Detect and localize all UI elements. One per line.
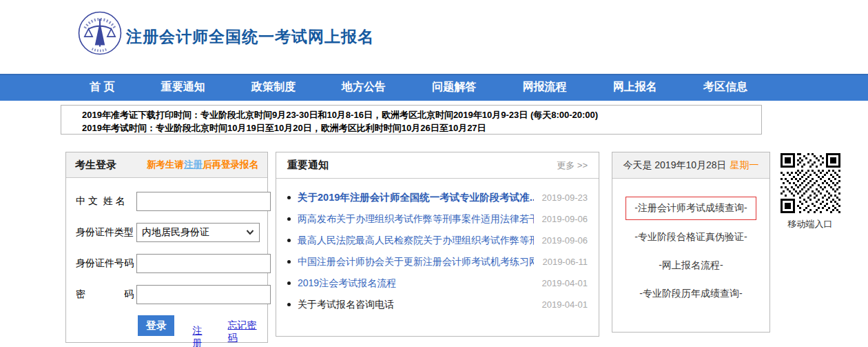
chinese-name-input[interactable] xyxy=(136,192,271,211)
today-date: 今天是 2019年10月28日 星期一 xyxy=(612,152,769,179)
qr-code-image xyxy=(781,153,840,213)
notice-item: 中国注册会计师协会关于更新注册会计师考试机考练习网站的公... 2019-06-… xyxy=(287,251,588,272)
notice-date: 2019-04-01 xyxy=(542,299,588,310)
notice-item: 关于考试报名咨询电话 2019-04-01 xyxy=(287,294,588,315)
today-weekday: 星期一 xyxy=(730,159,759,172)
today-panel: 今天是 2019年10月28日 星期一 -注册会计师考试成绩查询- -专业阶段合… xyxy=(612,152,770,333)
name-label: 中 文 姓 名 xyxy=(76,195,136,208)
notice-link[interactable]: 两高发布关于办理组织考试作弊等刑事案件适用法律若干问题的... xyxy=(298,213,534,226)
password-label: 密 码 xyxy=(76,288,136,301)
register-inline-link[interactable]: 注册 xyxy=(184,159,203,170)
notice-item: 最高人民法院最高人民检察院关于办理组织考试作弊等刑事案件... 2019-09-… xyxy=(287,230,588,251)
bullet-icon xyxy=(287,196,291,199)
nav-item-local-announcements[interactable]: 地方公告 xyxy=(342,81,386,92)
quick-link-score-query[interactable]: -注册会计师考试成绩查询- xyxy=(634,202,747,215)
register-link[interactable]: 注册 xyxy=(192,325,208,347)
notice-item: 关于2019年注册会计师全国统一考试专业阶段考试准... 2019-09-23 xyxy=(287,187,588,208)
score-query-highlight-box: -注册会计师考试成绩查询- xyxy=(626,197,756,220)
login-panel-header: 考生登录 新考生请注册后再登录报名 xyxy=(66,152,267,178)
bullet-icon xyxy=(287,303,291,306)
notice-date: 2019-04-01 xyxy=(542,278,588,288)
login-form: 中 文 姓 名 身份证件类型 内地居民身份证 身份证件号码 密 码 xyxy=(66,178,267,347)
bullet-icon xyxy=(287,281,291,285)
candidate-login-panel: 考生登录 新考生请注册后再登录报名 中 文 姓 名 身份证件类型 内地居民身份证… xyxy=(65,152,268,343)
announcement-line-1: 2019年准考证下载打印时间：专业阶段北京时间9月23-30日和10月8-16日… xyxy=(82,108,761,121)
notice-link[interactable]: 2019注会考试报名流程 xyxy=(298,277,534,290)
notice-link[interactable]: 关于2019年注册会计师全国统一考试专业阶段考试准... xyxy=(298,191,534,204)
notice-date: 2019-09-06 xyxy=(542,235,588,246)
today-date-text: 今天是 2019年10月28日 xyxy=(623,159,726,172)
quick-link-certificate-verification[interactable]: -专业阶段合格证真伪验证- xyxy=(634,231,747,244)
login-button[interactable]: 登录 xyxy=(138,315,174,336)
nav-list: 首 页 重要通知 政策制度 地方公告 问题解答 网报流程 网上报名 考区信息 xyxy=(0,74,868,101)
quick-link-registration-process[interactable]: -网上报名流程- xyxy=(659,259,723,272)
notice-link[interactable]: 最高人民法院最高人民检察院关于办理组织考试作弊等刑事案件... xyxy=(298,235,534,247)
id-number-input[interactable] xyxy=(136,254,271,273)
nav-item-online-registration[interactable]: 网上报名 xyxy=(613,81,657,92)
mobile-entry-label: 移动端入口 xyxy=(777,218,843,230)
notices-panel-header: 重要通知 更多 >> xyxy=(276,152,599,179)
notice-link[interactable]: 中国注册会计师协会关于更新注册会计师考试机考练习网站的公... xyxy=(298,256,534,268)
notice-list: 关于2019年注册会计师全国统一考试专业阶段考试准... 2019-09-23 … xyxy=(276,179,599,315)
announcement-banner: 2019年准考证下载打印时间：专业阶段北京时间9月23-30日和10月8-16日… xyxy=(61,105,762,135)
cicpa-logo-icon xyxy=(78,11,122,55)
new-candidate-hint: 新考生请注册后再登录报名 xyxy=(147,159,258,171)
forgot-password-link[interactable]: 忘记密码 xyxy=(228,319,260,344)
notice-date: 2019-09-06 xyxy=(542,214,588,224)
mobile-entry: 移动端入口 xyxy=(777,153,843,230)
nav-item-important-notices[interactable]: 重要通知 xyxy=(161,81,205,92)
page-title: 注册会计师全国统一考试网上报名 xyxy=(126,26,374,48)
main-navbar: 首 页 重要通知 政策制度 地方公告 问题解答 网报流程 网上报名 考区信息 xyxy=(0,74,868,101)
nav-item-registration-process[interactable]: 网报流程 xyxy=(523,81,567,92)
password-input[interactable] xyxy=(136,285,271,304)
important-notices-panel: 重要通知 更多 >> 关于2019年注册会计师全国统一考试专业阶段考试准... … xyxy=(276,152,599,337)
notice-item: 2019注会考试报名流程 2019-04-01 xyxy=(287,272,588,294)
notice-item: 两高发布关于办理组织考试作弊等刑事案件适用法律若干问题的... 2019-09-… xyxy=(287,208,588,230)
bullet-icon xyxy=(287,217,291,221)
id-type-label: 身份证件类型 xyxy=(76,226,136,239)
more-link[interactable]: 更多 >> xyxy=(557,159,588,172)
notices-title: 重要通知 xyxy=(287,159,329,172)
chevron-down-icon xyxy=(246,230,254,235)
nav-item-exam-area-info[interactable]: 考区信息 xyxy=(703,81,747,92)
bullet-icon xyxy=(287,260,291,264)
bullet-icon xyxy=(287,239,291,242)
hint-prefix: 新考生请 xyxy=(147,159,184,170)
quick-links: -注册会计师考试成绩查询- -专业阶段合格证真伪验证- -网上报名流程- -专业… xyxy=(612,179,769,316)
id-number-label: 身份证件号码 xyxy=(76,257,136,270)
nav-item-home[interactable]: 首 页 xyxy=(90,81,114,92)
notice-date: 2019-09-23 xyxy=(542,192,588,203)
notice-link[interactable]: 关于考试报名咨询电话 xyxy=(298,299,534,311)
hint-suffix: 后再登录报名 xyxy=(203,159,258,170)
nav-item-policies[interactable]: 政策制度 xyxy=(251,81,296,92)
page: 注册会计师全国统一考试网上报名 首 页 重要通知 政策制度 地方公告 问题解答 … xyxy=(0,0,868,347)
quick-link-historical-scores[interactable]: -专业阶段历年成绩查询- xyxy=(639,288,742,300)
login-title: 考生登录 xyxy=(75,159,116,172)
notice-date: 2019-06-11 xyxy=(542,257,588,267)
nav-item-faq[interactable]: 问题解答 xyxy=(432,81,476,92)
announcement-line-2: 2019年考试时间：专业阶段北京时间10月19日至10月20日，欧洲考区比利时时… xyxy=(82,121,761,135)
id-type-selected-value: 内地居民身份证 xyxy=(142,226,209,239)
id-type-select[interactable]: 内地居民身份证 xyxy=(136,223,260,242)
site-header: 注册会计师全国统一考试网上报名 xyxy=(0,0,868,74)
